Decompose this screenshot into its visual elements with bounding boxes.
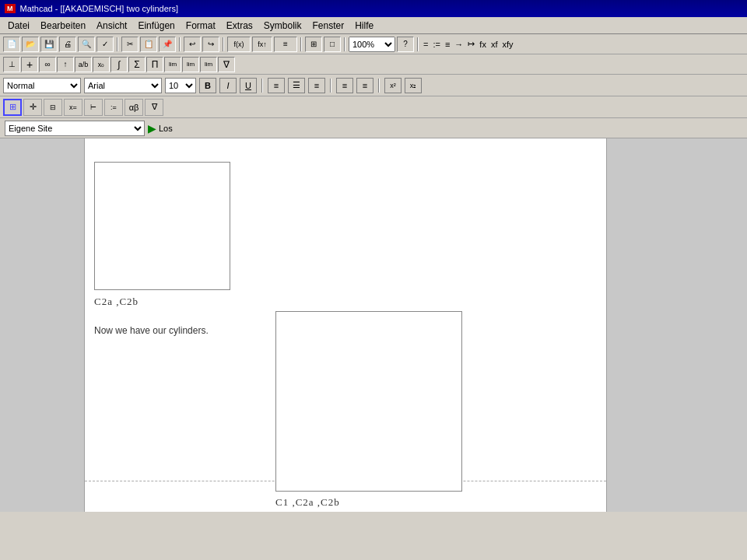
zoom-select[interactable]: 100% xyxy=(349,37,395,52)
sep1 xyxy=(117,37,118,51)
symbol-toolbar: ⊞ ✛ ⊟ x= ⊢ := αβ ∇ xyxy=(0,96,747,118)
op-arrow: → xyxy=(453,40,465,49)
check-btn[interactable]: ✓ xyxy=(96,37,114,52)
main-area: C2a ,C2b Now we have our cylinders. C1 ,… xyxy=(0,138,747,512)
align-right-btn[interactable]: ≡ xyxy=(308,78,325,93)
copy-btn[interactable]: 📋 xyxy=(140,37,157,52)
op-fx: fx xyxy=(478,40,488,49)
go-label: Los xyxy=(159,124,173,133)
plot-box-1[interactable] xyxy=(94,162,230,290)
op-arrow2: ↦ xyxy=(466,39,476,49)
menu-bearbeiten[interactable]: Bearbeiten xyxy=(36,19,90,33)
plot1-label: C2a ,C2b xyxy=(94,296,139,308)
sym-graph-btn[interactable]: ⊞ xyxy=(3,99,22,116)
main-toolbar: 📄 📂 💾 🖨 🔍 ✓ ✂ 📋 📌 ↩ ↪ f(x) fx↑ ≡ ⊞ □ 100… xyxy=(0,34,747,54)
list-ol-btn[interactable]: ≡ xyxy=(356,78,374,93)
math-integral[interactable]: ∫ xyxy=(110,57,128,72)
italic-btn[interactable]: I xyxy=(219,78,237,93)
math-frac[interactable]: a/b xyxy=(75,57,92,72)
page-content: C2a ,C2b Now we have our cylinders. C1 ,… xyxy=(84,138,607,512)
preview-btn[interactable]: 🔍 xyxy=(78,37,95,52)
sym-cond-btn[interactable]: ⊢ xyxy=(84,99,103,116)
math-toolbar: ⊥ + ∞ ↑ a/b x₀ ∫ Σ Π lim lim lim ∇ xyxy=(0,54,747,75)
save-btn[interactable]: 💾 xyxy=(40,37,58,52)
menu-datei[interactable]: Datei xyxy=(3,19,34,33)
app-icon: M xyxy=(5,4,16,13)
op-eq: = xyxy=(422,40,430,49)
menu-symbolik[interactable]: Symbolik xyxy=(259,19,307,33)
sep2 xyxy=(179,37,181,51)
font-select[interactable]: Arial xyxy=(84,78,162,93)
sym-greek-btn[interactable]: αβ xyxy=(124,99,143,116)
menu-format[interactable]: Format xyxy=(181,19,220,33)
redo-btn[interactable]: ↪ xyxy=(202,37,219,52)
box-btn[interactable]: □ xyxy=(324,37,341,52)
window-title: Mathcad - [[AKADEMISCH] two cylinders] xyxy=(20,4,179,13)
sep5 xyxy=(344,37,345,51)
format-toolbar: Normal Arial 10 B I U ≡ ☰ ≡ ≡ ≡ x² x₂ xyxy=(0,75,747,96)
sym-cross-btn[interactable]: ✛ xyxy=(23,99,42,116)
equal-btn[interactable]: ≡ xyxy=(274,37,297,52)
menu-fenster[interactable]: Fenster xyxy=(308,19,349,33)
math-perp[interactable]: ⊥ xyxy=(3,57,20,72)
calc-btn[interactable]: f(x) xyxy=(227,37,251,52)
go-button[interactable]: ▶ Los xyxy=(148,122,173,135)
menu-ansicht[interactable]: Ansicht xyxy=(92,19,132,33)
op-xf: xf xyxy=(489,40,500,49)
undo-btn[interactable]: ↩ xyxy=(184,37,201,52)
text-block: Now we have our cylinders. xyxy=(94,325,209,336)
fmt-sep3 xyxy=(378,79,380,93)
sep6 xyxy=(417,37,419,51)
align-left-btn[interactable]: ≡ xyxy=(268,78,285,93)
go-arrow-icon: ▶ xyxy=(148,122,156,135)
sep3 xyxy=(223,37,224,51)
op-xfy: xfy xyxy=(500,40,514,49)
paste-btn[interactable]: 📌 xyxy=(159,37,176,52)
sym-matrix-btn[interactable]: ⊟ xyxy=(44,99,62,116)
menu-extras[interactable]: Extras xyxy=(222,19,258,33)
menu-hilfe[interactable]: Hilfe xyxy=(350,19,378,33)
bold-btn[interactable]: B xyxy=(199,78,216,93)
calc2-btn[interactable]: fx↑ xyxy=(252,37,272,52)
subscript-btn[interactable]: x₂ xyxy=(405,78,422,93)
zoom-help-btn[interactable]: ? xyxy=(397,37,414,52)
plot-box-2[interactable] xyxy=(275,311,462,492)
urlbar: Eigene Site ▶ Los xyxy=(0,118,747,138)
plot2-label: C1 ,C2a ,C2b xyxy=(275,496,340,509)
site-select[interactable]: Eigene Site xyxy=(5,121,145,136)
underline-btn[interactable]: U xyxy=(240,78,257,93)
sym-prog-btn[interactable]: := xyxy=(104,99,123,116)
math-sigma[interactable]: Σ xyxy=(128,57,146,72)
insert-btn[interactable]: ⊞ xyxy=(305,37,322,52)
sym-grad-btn[interactable]: ∇ xyxy=(145,99,163,116)
right-margin xyxy=(607,138,747,512)
math-pi[interactable]: Π xyxy=(146,57,163,72)
math-plus[interactable]: + xyxy=(21,57,38,72)
sep4 xyxy=(300,37,302,51)
math-subscript[interactable]: x₀ xyxy=(93,57,110,72)
math-inf[interactable]: ∞ xyxy=(39,57,56,72)
new-btn[interactable]: 📄 xyxy=(3,37,20,52)
math-nabla[interactable]: ∇ xyxy=(218,57,235,72)
menubar: Datei Bearbeiten Ansicht Einfügen Format… xyxy=(0,17,747,34)
sym-eq-btn[interactable]: x= xyxy=(64,99,82,116)
op-equiv: ≡ xyxy=(444,40,451,49)
math-lim3[interactable]: lim xyxy=(200,57,217,72)
math-lim2[interactable]: lim xyxy=(182,57,199,72)
align-center-btn[interactable]: ☰ xyxy=(288,78,305,93)
style-select[interactable]: Normal xyxy=(3,78,81,93)
fmt-sep1 xyxy=(261,79,263,93)
left-margin xyxy=(0,138,84,512)
op-def: := xyxy=(431,40,441,49)
print-btn[interactable]: 🖨 xyxy=(59,37,76,52)
math-lim1[interactable]: lim xyxy=(164,57,181,72)
superscript-btn[interactable]: x² xyxy=(384,78,402,93)
fmt-sep2 xyxy=(330,79,331,93)
menu-einfugen[interactable]: Einfügen xyxy=(133,19,179,33)
cut-btn[interactable]: ✂ xyxy=(121,37,139,52)
titlebar: M Mathcad - [[AKADEMISCH] two cylinders] xyxy=(0,0,747,17)
size-select[interactable]: 10 xyxy=(165,78,196,93)
open-btn[interactable]: 📂 xyxy=(22,37,39,52)
math-arrow-up[interactable]: ↑ xyxy=(57,57,74,72)
list-ul-btn[interactable]: ≡ xyxy=(336,78,353,93)
